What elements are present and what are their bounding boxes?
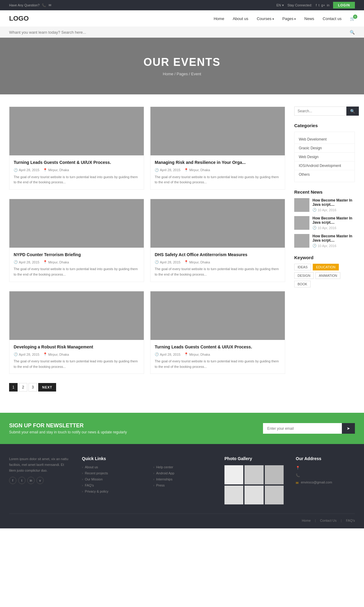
events-row-1: Turning Leads Guests Content & UI/UX Pro…	[9, 107, 285, 190]
recent-news-2[interactable]: How Become Master In Java scrpt.... 🕐10 …	[294, 234, 355, 248]
newsletter-submit-button[interactable]: ➤	[342, 423, 355, 434]
photo-thumb-1	[244, 465, 263, 484]
footer-bottom-links: Home | Contact Us | FAQ's	[302, 519, 355, 522]
events-row-3: Developing a Robust Risk Management 🕐 Ap…	[9, 291, 285, 374]
recent-news-date-0: 🕐10 Apr, 2016	[312, 208, 355, 212]
event-card-5[interactable]: Turning Leads Guests Content & UI/UX Pro…	[150, 291, 285, 374]
page-2-button[interactable]: 2	[19, 383, 27, 392]
footer-link-mission[interactable]: Our Mission	[82, 477, 141, 481]
footer-facebook-icon[interactable]: f	[9, 477, 16, 484]
recent-news-thumb-0	[294, 198, 309, 212]
event-loc-0: 📍 Mirpur, Dhaka	[43, 168, 69, 172]
category-0[interactable]: Web Develoment	[295, 135, 355, 144]
recent-news-1[interactable]: How Become Master In Java scrpt.... 🕐10 …	[294, 216, 355, 230]
phone-icon: 📞	[42, 3, 46, 7]
event-card-0[interactable]: Turning Leads Guests Content & UI/UX Pro…	[9, 107, 144, 190]
top-bar-right: EN ▾ Stay Connected: f t g+ in LOGIN	[276, 2, 355, 8]
newsletter-subtitle: Submit your email and stay in touch to n…	[9, 430, 127, 434]
footer-about-text: Lorem ipsum dolor sit amet, vix an nattu…	[9, 456, 70, 473]
event-desc-5: The goal of every tourist website is to …	[155, 359, 281, 369]
footer-about-col: Lorem ipsum dolor sit amet, vix an nattu…	[9, 456, 70, 504]
clock-icon-5: 🕐	[155, 352, 159, 356]
clock-recent-1: 🕐	[312, 226, 317, 230]
sidebar-search-button[interactable]: 🔍	[346, 107, 359, 116]
pin-icon-0: 📍	[43, 168, 47, 172]
clock-icon-4: 🕐	[14, 352, 18, 356]
footer-link-recent[interactable]: Recent projects	[82, 471, 141, 475]
keyword-0[interactable]: IDEAS	[294, 264, 311, 270]
keyword-1[interactable]: EDUCATION	[313, 264, 339, 270]
category-4[interactable]: Others	[295, 170, 355, 179]
nav-home[interactable]: Home	[214, 16, 224, 21]
footer-link-about[interactable]: About us	[82, 465, 141, 469]
google-icon[interactable]: g+	[321, 3, 325, 7]
category-1[interactable]: Graoic Design	[295, 144, 355, 153]
footer-twitter-icon[interactable]: t	[18, 477, 25, 484]
event-desc-0: The goal of every tourist website is to …	[14, 175, 140, 185]
event-loc-5: 📍 Mirpur, Dhaka	[184, 352, 210, 356]
next-page-button[interactable]: NEXT	[38, 383, 56, 392]
footer-link-help[interactable]: Help center	[153, 465, 212, 469]
nav-contact[interactable]: Contact us	[323, 16, 342, 21]
pin-icon-2: 📍	[43, 260, 47, 264]
footer-bottom-faq[interactable]: FAQ's	[346, 519, 355, 522]
lang-selector[interactable]: EN ▾	[276, 3, 284, 7]
keyword-4[interactable]: BOOK	[294, 281, 311, 287]
newsletter-form: ➤	[263, 423, 355, 434]
newsletter-section: SIGN UP FOR NEWSLETTER Submit your email…	[0, 413, 364, 444]
event-card-2[interactable]: NYPD Counter Terrorism Briefing 🕐 April …	[9, 199, 144, 282]
footer-bottom-contact[interactable]: Contact Us	[320, 519, 336, 522]
linkedin-icon[interactable]: in	[327, 3, 330, 7]
footer-link-internships[interactable]: Internships	[153, 477, 212, 481]
footer-email-text: enviroco@gmail.com	[301, 480, 332, 484]
event-date-2: 🕐 April 28, 2015	[14, 260, 39, 264]
footer-link-press[interactable]: Press	[153, 483, 212, 487]
recent-news-title-1: How Become Master In Java scrpt....	[312, 216, 355, 225]
clock-recent-0: 🕐	[312, 208, 317, 212]
search-button[interactable]: 🔍	[350, 30, 355, 35]
page-1-button[interactable]: 1	[9, 383, 18, 392]
event-date-0: 🕐 April 28, 2015	[14, 168, 39, 172]
category-3[interactable]: IOS/Android Development	[295, 161, 355, 170]
events-grid: Turning Leads Guests Content & UI/UX Pro…	[9, 107, 285, 401]
footer-vk-icon[interactable]: v	[36, 477, 44, 484]
mail-addr-icon: ✉	[296, 481, 298, 485]
keywords-list: IDEAS EDUCATION DESIGN ANIMATION BOOK	[294, 264, 355, 287]
footer-top: Lorem ipsum dolor sit amet, vix an nattu…	[9, 456, 355, 504]
footer-quick-links-title: Quick Links	[82, 456, 141, 461]
footer-link-android[interactable]: Android App	[153, 471, 212, 475]
footer-instagram-icon[interactable]: in	[27, 477, 35, 484]
keyword-3[interactable]: ANIMATION	[315, 272, 340, 279]
recent-news-thumb-2	[294, 234, 309, 248]
page-3-button[interactable]: 3	[29, 383, 37, 392]
nav-news[interactable]: News	[304, 16, 314, 21]
cart-icon[interactable]: 🛒 0	[350, 16, 355, 21]
recent-news-title-0: How Become Master In Java scrpt....	[312, 198, 355, 207]
twitter-icon[interactable]: t	[318, 3, 319, 7]
footer-link-privacy[interactable]: Privacy & policy	[82, 490, 141, 493]
footer-bottom-home[interactable]: Home	[302, 519, 311, 522]
event-card-1[interactable]: Managing Risk and Resilience in Your Org…	[150, 107, 285, 190]
search-input[interactable]	[9, 30, 350, 35]
recent-news-body-2: How Become Master In Java scrpt.... 🕐10 …	[312, 234, 355, 248]
facebook-icon[interactable]: f	[316, 3, 317, 7]
nav-about[interactable]: About us	[233, 16, 248, 21]
event-body-5: Turning Leads Guests Content & UI/UX Pro…	[150, 340, 285, 374]
recent-news-date-2: 🕐10 Apr, 2016	[312, 244, 355, 248]
photo-gallery-grid	[224, 465, 284, 504]
keyword-2[interactable]: DESIGN	[294, 272, 314, 279]
email-icon: ✉	[49, 3, 51, 7]
footer-link-faq[interactable]: FAQ's	[82, 483, 141, 487]
event-card-3[interactable]: DHS Safety Act Office Antiterrorism Meas…	[150, 199, 285, 282]
footer-quick-links-title-2	[153, 456, 212, 461]
question-text: Have Any Question?	[9, 3, 39, 7]
footer-quick-links-col2: Help center Android App Internships Pres…	[153, 456, 212, 504]
nav-pages[interactable]: Pages	[282, 16, 296, 21]
newsletter-email-input[interactable]	[263, 423, 342, 434]
category-2[interactable]: Web Design	[295, 153, 355, 161]
sidebar-search-input[interactable]	[294, 107, 346, 116]
nav-courses[interactable]: Courses	[257, 16, 274, 21]
recent-news-0[interactable]: How Become Master In Java scrpt.... 🕐10 …	[294, 198, 355, 212]
login-button[interactable]: LOGIN	[333, 2, 355, 8]
event-card-4[interactable]: Developing a Robust Risk Management 🕐 Ap…	[9, 291, 144, 374]
